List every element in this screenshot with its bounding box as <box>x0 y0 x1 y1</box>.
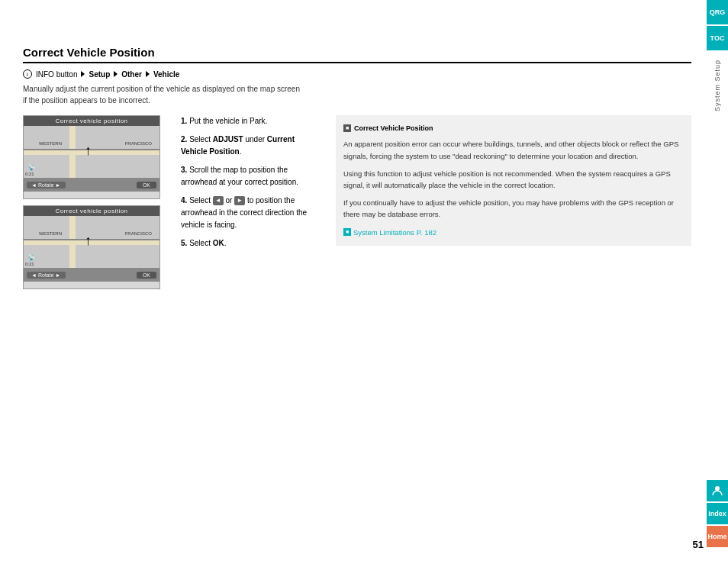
rotate-btn-2[interactable]: ◄ Rotate ► <box>27 272 66 279</box>
content-columns: Correct vehicle position WESTERN FRANCIS… <box>23 115 691 297</box>
map-bottom-bar-2: ◄ Rotate ► OK <box>24 268 159 282</box>
info-box-title: ■ Correct Vehicle Position <box>343 123 684 134</box>
map-screenshot-2: Correct vehicle position WESTERN FRANCIS… <box>23 205 160 289</box>
map-body-1: WESTERN FRANCISCO ↑ 0:21 <box>24 126 159 192</box>
step-1: 1. Put the vehicle in Park. <box>181 115 321 127</box>
path-arrow-3 <box>146 71 150 77</box>
rotate-left-icon-2: ◄ <box>31 272 37 278</box>
step-3: 3. Scroll the map to position the arrowh… <box>181 164 321 189</box>
step-5: 5. Select OK. <box>181 237 321 250</box>
info-path: i INFO button Setup Other Vehicle <box>23 69 691 79</box>
path-arrow-2 <box>114 71 118 77</box>
sidebar-section-label: System Setup <box>714 60 721 111</box>
tab-home[interactable]: Home <box>707 526 728 547</box>
path-arrow-1 <box>81 71 85 77</box>
step-2: 2. Select ADJUST under Current Vehicle P… <box>181 134 321 158</box>
path-other: Other <box>121 70 142 79</box>
right-sidebar: QRG TOC System Setup Index Home <box>707 0 728 564</box>
map-bottom-bar-1: ◄ Rotate ► OK <box>24 178 159 192</box>
ok-btn-1[interactable]: OK <box>137 182 156 189</box>
info-button-label: INFO button <box>36 70 77 79</box>
tab-person-icon[interactable] <box>707 480 728 501</box>
tab-qrg[interactable]: QRG <box>707 0 728 24</box>
index-label: Index <box>708 510 726 517</box>
step-2-text: Select ADJUST under Current Vehicle Posi… <box>181 135 295 156</box>
system-link-icon: ■ <box>343 228 351 236</box>
map-time-1: 0:21 <box>25 172 34 176</box>
step-5-num: 5. <box>181 239 189 247</box>
gps-icon-1: 📡 <box>27 164 35 171</box>
rotate-left-icon-1: ◄ <box>31 182 37 188</box>
system-link-ref: P. 182 <box>417 227 436 238</box>
map-title-bar-2: Correct vehicle position <box>24 206 159 216</box>
system-limitations-link[interactable]: ■ System Limitations P. 182 <box>343 227 684 238</box>
step-1-num: 1. <box>181 117 189 125</box>
qrg-label: QRG <box>710 8 726 16</box>
step-2-num: 2. <box>181 135 189 143</box>
rotate-right-icon-1: ► <box>56 182 61 188</box>
map-body-2: WESTERN FRANCISCO ↑ 0:21 <box>24 216 159 282</box>
tab-toc[interactable]: TOC <box>707 26 728 50</box>
map-screenshot-1: Correct vehicle position WESTERN FRANCIS… <box>23 115 160 199</box>
svg-point-0 <box>715 486 720 491</box>
map-corner-info-2: 0:21 <box>25 262 34 266</box>
step-5-text: Select OK. <box>189 239 226 247</box>
step-4-num: 4. <box>181 196 189 205</box>
rotate-label-2: Rotate <box>38 272 54 278</box>
section-title: Correct Vehicle Position <box>23 46 691 63</box>
right-column: ■ Correct Vehicle Position An apparent p… <box>336 115 691 297</box>
rotate-label-1: Rotate <box>38 182 54 188</box>
map-label-western-2: WESTERN <box>39 231 62 236</box>
map-corner-info-1: 0:21 <box>25 172 34 176</box>
rotate-right-icon-2: ► <box>56 272 61 278</box>
left-column: Correct vehicle position WESTERN FRANCIS… <box>23 115 321 297</box>
ok-btn-2[interactable]: OK <box>137 272 156 279</box>
info-box-title-text: Correct Vehicle Position <box>354 123 433 134</box>
path-vehicle: Vehicle <box>153 70 179 79</box>
toc-label: TOC <box>710 34 725 42</box>
left-arrow-btn: ◄ <box>213 196 224 205</box>
step-4-text: Select ◄ or ► to position the arrowhead … <box>181 196 307 229</box>
system-link-container: ■ System Limitations P. 182 <box>343 227 684 238</box>
info-box-para-1: An apparent position error can occur whe… <box>343 138 684 161</box>
info-icon: i <box>23 69 32 79</box>
step-3-num: 3. <box>181 166 189 174</box>
step-1-text: Put the vehicle in Park. <box>189 117 267 125</box>
main-content: Correct Vehicle Position i INFO button S… <box>0 0 707 564</box>
info-box: ■ Correct Vehicle Position An apparent p… <box>336 115 691 246</box>
map-title-bar-1: Correct vehicle position <box>24 116 159 126</box>
map-label-francisco-1: FRANCISCO <box>125 141 152 146</box>
map-container: Correct vehicle position WESTERN FRANCIS… <box>23 115 160 289</box>
info-box-para-2: Using this function to adjust vehicle po… <box>343 168 684 191</box>
gps-icon-2: 📡 <box>27 254 35 261</box>
map-arrow-1: ↑ <box>85 143 92 159</box>
steps-area: 1. Put the vehicle in Park. 2. Select AD… <box>181 115 321 297</box>
map-label-western-1: WESTERN <box>39 141 62 146</box>
info-box-para-3: If you continually have to adjust the ve… <box>343 197 684 220</box>
description: Manually adjust the current position of … <box>23 83 305 106</box>
map-time-2: 0:21 <box>25 262 34 266</box>
route-line-1 <box>24 149 159 150</box>
path-setup: Setup <box>89 70 110 79</box>
step-3-text: Scroll the map to position the arrowhead… <box>181 166 298 186</box>
map-label-francisco-2: FRANCISCO <box>125 231 152 236</box>
step-4: 4. Select ◄ or ► to position the arrowhe… <box>181 195 321 231</box>
steps-list: 1. Put the vehicle in Park. 2. Select AD… <box>181 115 321 250</box>
rotate-btn-1[interactable]: ◄ Rotate ► <box>27 182 66 189</box>
route-line-2 <box>24 239 159 240</box>
map-arrow-2: ↑ <box>85 233 92 249</box>
system-link-text: System Limitations <box>353 227 414 238</box>
home-label: Home <box>707 533 726 540</box>
page-container: ▶▶ Vehicle▶ Correct Vehicle Position QRG… <box>0 0 728 564</box>
right-arrow-btn: ► <box>234 196 245 205</box>
info-box-icon: ■ <box>343 124 351 132</box>
tab-index[interactable]: Index <box>707 503 728 524</box>
